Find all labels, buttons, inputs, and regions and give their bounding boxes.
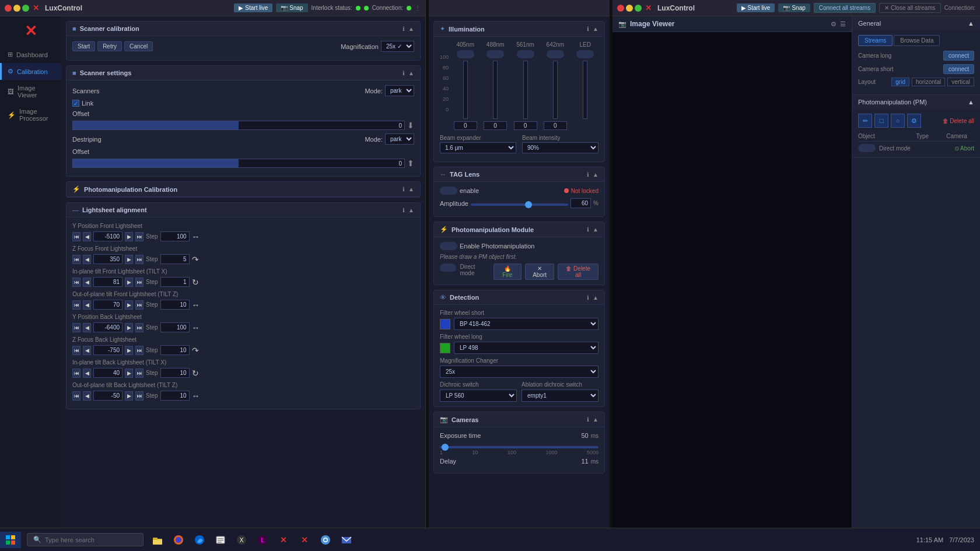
slider-488nm[interactable] (493, 61, 498, 119)
pm-module-header[interactable]: ⚡ Photomanipulation Module ℹ ▲ (434, 222, 604, 237)
scanner-set-collapse[interactable]: ▲ (408, 70, 414, 76)
taskbar-app1-icon[interactable]: X (233, 532, 250, 548)
tilt-z-back-first[interactable]: ⏮ (72, 391, 80, 401)
delete-all-button[interactable]: 🗑 Delete all (558, 264, 598, 280)
tilt-x-front-step[interactable] (160, 277, 190, 287)
z-back-prev[interactable]: ◀ (83, 346, 91, 355)
tilt-z-front-next[interactable]: ▶ (125, 300, 133, 310)
pm-circle-button[interactable]: ○ (891, 114, 905, 128)
tilt-x-front-next[interactable]: ▶ (125, 278, 133, 287)
pm-cal-collapse[interactable]: ▲ (408, 186, 414, 192)
pm-cal-info[interactable]: ℹ (402, 186, 405, 192)
pm-draw-button[interactable]: ✏ (858, 114, 872, 128)
connect-all-streams-button[interactable]: Connect all streams (814, 3, 876, 13)
pm-abort-button[interactable]: ⊙ Abort (954, 145, 974, 152)
link-checkbox[interactable]: ✓ (72, 100, 79, 107)
slider-led[interactable] (583, 61, 587, 119)
tilt-x-back-step[interactable] (160, 368, 190, 378)
pm-panel-header[interactable]: Photomanipulation (PM) ▲ (852, 95, 980, 109)
y-front-next[interactable]: ▶ (125, 232, 133, 241)
taskbar-lux2-icon[interactable]: ✕ (296, 532, 313, 548)
tilt-z-back-last[interactable]: ⏭ (135, 391, 144, 401)
tilt-z-back-next[interactable]: ▶ (125, 391, 133, 401)
abort-button[interactable]: ✕ Abort (525, 264, 554, 280)
window2-controls[interactable] (617, 5, 642, 12)
exposure-slider[interactable] (440, 446, 598, 448)
sidebar-item-dashboard[interactable]: ⊞ Dashboard (0, 46, 61, 63)
toggle-488nm[interactable] (487, 50, 504, 58)
tilt-z-front-value[interactable] (93, 300, 123, 310)
win2-start-live[interactable]: ▶ Start live (737, 3, 775, 12)
y-back-value[interactable] (93, 322, 123, 332)
tilt-z-front-step[interactable] (160, 300, 190, 310)
z-back-next[interactable]: ▶ (125, 346, 133, 355)
magnification-changer-select[interactable]: 25x (440, 366, 598, 378)
tag-lens-collapse[interactable]: ▲ (593, 171, 598, 178)
z-back-value[interactable] (93, 345, 123, 355)
slider-405nm[interactable] (463, 61, 468, 119)
toggle-405nm[interactable] (457, 50, 474, 58)
amplitude-slider[interactable] (471, 203, 568, 206)
fire-button[interactable]: 🔥 Fire (494, 264, 522, 280)
destriping-offset-slider[interactable]: 0 (72, 159, 405, 168)
taskbar-mail-icon[interactable] (338, 532, 355, 548)
minimize-button[interactable] (13, 5, 20, 12)
toggle-642nm[interactable] (547, 50, 564, 58)
win2-maximize[interactable] (635, 5, 642, 12)
tilt-z-back-prev[interactable]: ◀ (83, 391, 91, 401)
tilt-z-back-value[interactable] (93, 391, 123, 401)
illumination-info[interactable]: ℹ (587, 26, 589, 32)
lightsheet-collapse[interactable]: ▲ (408, 207, 414, 213)
sidebar-item-image-processor[interactable]: ⚡ Image Processor (0, 103, 61, 127)
pm-module-collapse[interactable]: ▲ (593, 226, 598, 233)
tilt-z-front-first[interactable]: ⏮ (72, 300, 80, 310)
tilt-z-back-step[interactable] (160, 391, 190, 401)
taskbar-firefox-icon[interactable] (170, 532, 187, 548)
cameras-header[interactable]: 📷 Cameras ℹ ▲ (434, 412, 604, 427)
maximize-button[interactable] (22, 5, 29, 12)
layout-grid[interactable]: grid (891, 78, 909, 86)
pm-delete-all-btn[interactable]: 🗑 Delete all (943, 114, 974, 128)
tilt-x-back-next[interactable]: ▶ (125, 368, 133, 378)
detection-collapse[interactable]: ▲ (593, 294, 598, 301)
tilt-x-back-last[interactable]: ⏭ (135, 368, 144, 378)
z-back-last[interactable]: ⏭ (135, 346, 144, 355)
start-live-button[interactable]: ▶ Start live (234, 3, 272, 12)
offset-download-icon[interactable]: ⬇ (407, 121, 414, 130)
toggle-561nm[interactable] (517, 50, 534, 58)
y-front-prev[interactable]: ◀ (83, 232, 91, 241)
pm-direct-mode-toggle[interactable] (858, 144, 876, 152)
taskbar-files-icon[interactable] (212, 532, 229, 548)
filter-long-select[interactable]: LP 498 (454, 342, 598, 354)
amplitude-value[interactable] (570, 198, 591, 208)
window1-controls[interactable] (5, 5, 29, 12)
snap-button[interactable]: 📷 Snap (276, 3, 307, 12)
y-back-prev[interactable]: ◀ (83, 323, 91, 332)
illumination-collapse[interactable]: ▲ (593, 26, 598, 32)
tilt-x-front-value[interactable] (93, 277, 123, 287)
tilt-x-back-value[interactable] (93, 368, 123, 378)
close-all-streams-button[interactable]: ✕ Close all streams (879, 3, 940, 13)
illumination-header[interactable]: ✦ Illumination ℹ ▲ (434, 22, 604, 37)
y-back-step[interactable] (160, 322, 190, 332)
y-front-last[interactable]: ⏭ (135, 232, 144, 241)
layout-horizontal[interactable]: horizontal (912, 78, 945, 86)
taskbar-app2-icon[interactable]: L (254, 532, 271, 548)
scanner-cal-collapse[interactable]: ▲ (408, 26, 414, 32)
value-642nm[interactable] (544, 121, 567, 130)
tilt-z-front-last[interactable]: ⏭ (135, 300, 144, 310)
filter-short-select[interactable]: BP 418-462 (454, 318, 598, 330)
enable-pm-toggle[interactable] (440, 242, 457, 250)
magnification-select[interactable]: 25x ✓ (381, 41, 414, 52)
cameras-info[interactable]: ℹ (587, 416, 589, 423)
start-button[interactable] (0, 532, 21, 548)
scanner-cal-info[interactable]: ℹ (402, 26, 405, 32)
pm-settings-button[interactable]: ⚙ (907, 114, 921, 128)
z-front-first[interactable]: ⏮ (72, 255, 80, 264)
lightsheet-header[interactable]: — Lightsheet alignment ℹ ▲ (66, 203, 420, 217)
beam-expander-select[interactable]: 1.6 μm (440, 142, 516, 153)
dichroic-select[interactable]: LP 560 (440, 389, 517, 402)
z-front-step[interactable] (160, 254, 190, 264)
z-front-next[interactable]: ▶ (125, 255, 133, 264)
camera-short-connect[interactable]: connect (943, 64, 974, 74)
